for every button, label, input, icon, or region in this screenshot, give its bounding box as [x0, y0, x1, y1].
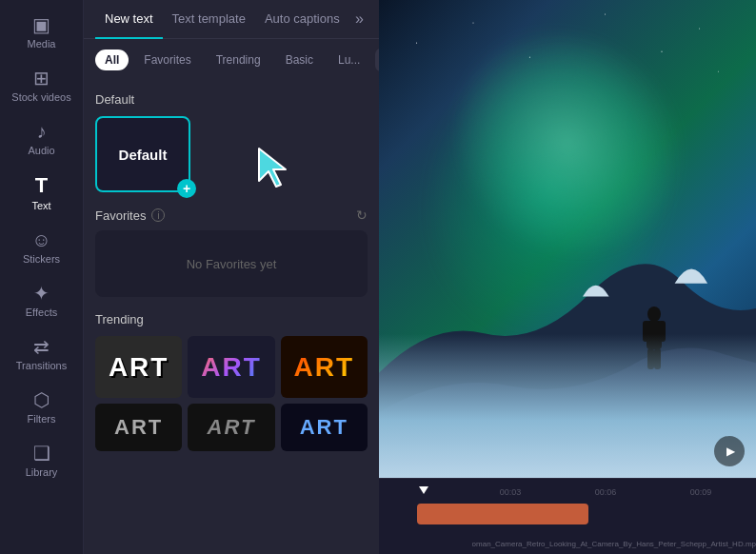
default-card-label: Default	[119, 147, 168, 163]
video-background	[379, 0, 756, 478]
filter-lu[interactable]: Lu...	[328, 49, 369, 70]
filter-bar: All Favorites Trending Basic Lu... ▾	[84, 39, 379, 81]
timeline-ruler: 00:03 00:06 00:09	[379, 483, 756, 502]
filter-favorites[interactable]: Favorites	[134, 49, 200, 70]
timeline: 00:03 00:06 00:09 oman_Camera_Retro_Look…	[379, 478, 756, 554]
favorites-info-icon[interactable]: i	[151, 208, 165, 222]
default-section-title: Default	[95, 92, 368, 107]
timeline-marks: 00:03 00:06 00:09	[387, 487, 748, 497]
sidebar-label-filters: Filters	[28, 413, 56, 425]
sidebar-label-media: Media	[28, 38, 56, 49]
media-icon: ▣	[32, 15, 50, 34]
stock-videos-icon: ⊞	[33, 69, 50, 88]
sidebar-label-library: Library	[26, 466, 58, 478]
preview-area: ▶ 00:03 00:06 00:09 oman_Camera_Retro_Lo…	[379, 0, 756, 554]
filter-basic[interactable]: Basic	[276, 49, 323, 70]
filter-all[interactable]: All	[95, 49, 129, 70]
library-icon: ❑	[33, 444, 50, 463]
sidebar-item-effects[interactable]: ✦ Effects	[4, 276, 80, 326]
video-preview: ▶	[379, 0, 756, 478]
favorites-header: Favorites i ↻	[95, 208, 368, 223]
transitions-icon: ⇄	[33, 337, 50, 356]
svg-point-0	[647, 307, 661, 322]
time-mark-3: 00:09	[653, 487, 748, 497]
default-grid: Default +	[95, 116, 368, 192]
default-card[interactable]: Default +	[95, 116, 190, 192]
favorites-empty-state: No Favorites yet	[95, 230, 368, 297]
sidebar-label-stock-videos: Stock videos	[11, 91, 70, 103]
sidebar-label-stickers: Stickers	[23, 253, 60, 265]
text-panel: New text Text template Auto captions » A…	[84, 0, 379, 554]
tab-new-text[interactable]: New text	[95, 0, 163, 39]
sidebar-label-text: Text	[31, 200, 50, 211]
tab-more-button[interactable]: »	[351, 3, 368, 35]
stickers-icon: ☺	[31, 230, 50, 249]
tab-auto-captions[interactable]: Auto captions	[255, 0, 349, 39]
snow-ground	[379, 334, 756, 478]
sidebar-item-transitions[interactable]: ⇄ Transitions	[4, 329, 80, 379]
time-mark-2: 00:06	[558, 487, 653, 497]
trending-card-gradient[interactable]: ART	[188, 336, 274, 398]
filters-icon: ⬡	[33, 390, 50, 409]
video-track[interactable]	[417, 504, 588, 524]
sidebar-item-stock-videos[interactable]: ⊞ Stock videos	[4, 61, 80, 110]
trending-card-4[interactable]: ART	[95, 404, 182, 451]
cursor-icon	[255, 145, 293, 190]
trending-card-6[interactable]: ART	[281, 404, 368, 451]
art-gradient-label: ART	[201, 352, 262, 383]
text-icon: T	[35, 175, 48, 196]
art-fire-label: ART	[294, 352, 355, 383]
trending-grid: ART ART ART ART ART ART	[95, 336, 368, 451]
add-default-button[interactable]: +	[177, 179, 196, 198]
favorites-title: Favorites	[95, 208, 146, 223]
audio-icon: ♪	[37, 122, 47, 141]
play-icon: ▶	[726, 445, 735, 458]
effects-icon: ✦	[33, 284, 50, 303]
panel-content: Default Default + Favorites i ↻ No Favor…	[84, 81, 379, 554]
sidebar-item-media[interactable]: ▣ Media	[4, 8, 80, 57]
panel-tabs: New text Text template Auto captions »	[84, 0, 379, 39]
sidebar-item-library[interactable]: ❑ Library	[4, 436, 80, 485]
sidebar-item-stickers[interactable]: ☺ Stickers	[4, 223, 80, 272]
trending-card-white[interactable]: ART	[95, 336, 182, 398]
play-button[interactable]: ▶	[714, 436, 745, 466]
timeline-filename: oman_Camera_Retro_Looking_At_Camera_By_H…	[472, 540, 756, 548]
art-label-5: ART	[208, 415, 256, 440]
filter-trending[interactable]: Trending	[207, 49, 270, 70]
trending-section-title: Trending	[95, 312, 368, 326]
sidebar-item-filters[interactable]: ⬡ Filters	[4, 383, 80, 432]
sidebar-label-effects: Effects	[26, 307, 57, 318]
favorites-refresh-button[interactable]: ↻	[356, 208, 368, 223]
time-mark-1: 00:03	[463, 487, 558, 497]
sidebar-label-audio: Audio	[28, 145, 54, 156]
art-label-6: ART	[300, 415, 348, 440]
sidebar: ▣ Media ⊞ Stock videos ♪ Audio T Text ☺ …	[0, 0, 84, 554]
art-white-label: ART	[109, 352, 169, 383]
sidebar-label-transitions: Transitions	[16, 360, 67, 371]
tab-text-template[interactable]: Text template	[163, 0, 255, 39]
trending-card-fire[interactable]: ART	[281, 336, 368, 398]
art-label-4: ART	[114, 415, 163, 440]
favorites-empty-text: No Favorites yet	[187, 257, 277, 271]
sidebar-item-audio[interactable]: ♪ Audio	[4, 114, 80, 164]
trending-card-5[interactable]: ART	[188, 404, 274, 451]
timeline-tracks: oman_Camera_Retro_Looking_At_Camera_By_H…	[379, 502, 756, 550]
sidebar-item-text[interactable]: T Text	[4, 168, 80, 219]
